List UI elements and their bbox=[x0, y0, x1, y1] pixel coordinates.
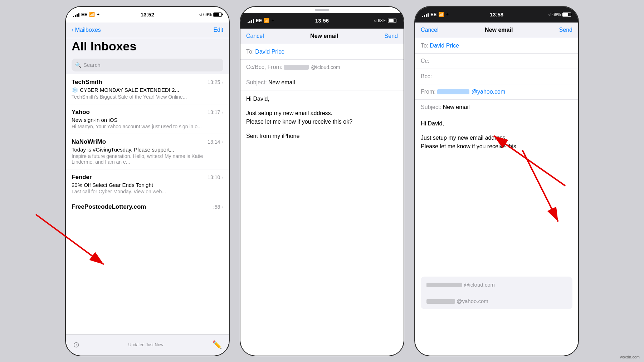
from-email: @icloud.com bbox=[311, 64, 340, 70]
to-label-3: To: bbox=[421, 43, 428, 49]
email-sender: Yahoo bbox=[72, 109, 90, 116]
watermark: wsxdn.com bbox=[620, 355, 640, 359]
status-right-3: ◁ 68% bbox=[548, 12, 571, 17]
chevron-icon: › bbox=[221, 204, 223, 210]
email-item-yahoo[interactable]: Yahoo 13:17 › New sign-in on iOS Hi Mart… bbox=[66, 104, 229, 134]
to-field[interactable]: To: David Price bbox=[240, 44, 404, 60]
battery-icon bbox=[213, 13, 222, 17]
subject-label: Subject: bbox=[246, 79, 267, 86]
wifi-icon: 📶 bbox=[438, 12, 444, 17]
body-line2-3: Please let me know if you receive this bbox=[421, 142, 572, 151]
email-item-nanowrimo[interactable]: NaNoWriMo 13:14 › Today is #GivingTuesda… bbox=[66, 134, 229, 169]
email-time: :58 › bbox=[213, 204, 223, 210]
chevron-icon: › bbox=[221, 139, 223, 145]
email-item-freepostcode[interactable]: FreePostcodeLottery.com :58 › bbox=[66, 199, 229, 216]
subject-field[interactable]: Subject: New email bbox=[240, 75, 404, 90]
email-sender: FreePostcodeLottery.com bbox=[72, 203, 146, 210]
status-time-1: 13:52 bbox=[141, 11, 154, 18]
wifi-icon: 📶 bbox=[264, 18, 269, 23]
status-carrier-3: EE 📶 ✦ bbox=[422, 12, 449, 17]
email-time: 13:14 › bbox=[208, 139, 223, 145]
icloud-suffix: @icloud.com bbox=[464, 282, 495, 288]
email-subject: New sign-in on iOS bbox=[72, 117, 223, 123]
bcc-label: Bcc: bbox=[421, 73, 432, 80]
email-sender: TechSmith bbox=[72, 79, 102, 86]
cc-field[interactable]: Cc: bbox=[415, 54, 578, 69]
battery-icon bbox=[388, 19, 396, 23]
email-item-techsmith[interactable]: TechSmith 13:25 › ❄️ CYBER MONDAY SALE E… bbox=[66, 74, 229, 104]
battery-fill bbox=[214, 13, 219, 16]
subject-value: New email bbox=[268, 79, 295, 86]
send-button-3[interactable]: Send bbox=[559, 27, 572, 33]
signal-icon bbox=[248, 19, 254, 23]
subject-field-3[interactable]: Subject: New email bbox=[415, 100, 578, 115]
email-list: TechSmith 13:25 › ❄️ CYBER MONDAY SALE E… bbox=[66, 74, 229, 334]
location-arrow-icon: ◁ bbox=[199, 13, 202, 16]
compose-icon[interactable]: ✏️ bbox=[212, 340, 222, 349]
subject-label-3: Subject: bbox=[421, 104, 441, 110]
yahoo-blur bbox=[426, 299, 455, 304]
email-subject: ❄️ CYBER MONDAY SALE EXTENDED! 2... bbox=[72, 87, 223, 93]
email-item-fender[interactable]: Fender 13:10 › 20% Off Select Gear Ends … bbox=[66, 169, 229, 199]
email-time: 13:25 › bbox=[208, 79, 223, 85]
search-placeholder: Search bbox=[83, 62, 101, 68]
email-sender: Fender bbox=[72, 174, 92, 181]
battery-percent: 68% bbox=[552, 12, 561, 17]
email-preview: Last call for Cyber Monday. View on web.… bbox=[72, 189, 223, 194]
location-arrow-icon: ◁ bbox=[374, 19, 376, 23]
compose-title-3: New email bbox=[485, 27, 513, 33]
location-icon: ✦ bbox=[446, 13, 449, 16]
battery-fill bbox=[389, 19, 394, 22]
carrier-label: EE bbox=[81, 12, 87, 17]
email-body-3[interactable]: Hi David, Just setup my new email addres… bbox=[415, 115, 578, 356]
from-email-blur bbox=[284, 65, 309, 70]
status-time-3: 13:58 bbox=[490, 11, 503, 18]
body-greeting: Hi David, bbox=[246, 95, 398, 103]
carrier-label: EE bbox=[430, 12, 436, 17]
from-field[interactable]: From: @yahoo.com bbox=[415, 84, 578, 100]
chevron-icon: › bbox=[221, 79, 223, 85]
search-bar[interactable]: 🔍 Search bbox=[72, 59, 223, 71]
signal-icon bbox=[73, 13, 79, 17]
tab-bar: ⊙ Updated Just Now ✏️ bbox=[66, 334, 229, 356]
email-time: 13:10 › bbox=[208, 174, 223, 180]
cancel-button[interactable]: Cancel bbox=[246, 33, 264, 39]
email-preview: Hi Martyn, Your Yahoo account was just u… bbox=[72, 124, 223, 129]
email-subject: Today is #GivingTuesday. Please support.… bbox=[72, 147, 223, 153]
email-sender: NaNoWriMo bbox=[72, 138, 106, 145]
drag-handle bbox=[315, 9, 329, 11]
icloud-blur bbox=[426, 283, 462, 287]
cc-label: Cc: bbox=[421, 58, 429, 64]
from-email-dropdown[interactable]: @icloud.com @yahoo.com bbox=[421, 277, 572, 309]
battery-icon bbox=[562, 13, 571, 17]
ccbcc-field[interactable]: Cc/Bcc, From: @icloud.com bbox=[240, 60, 404, 75]
location-icon: ✦ bbox=[271, 19, 274, 23]
carrier-label: EE bbox=[256, 18, 262, 23]
cancel-button-3[interactable]: Cancel bbox=[421, 27, 439, 33]
status-time-2: 13:56 bbox=[315, 18, 329, 24]
from-label: From: bbox=[421, 89, 436, 95]
yahoo-suffix: @yahoo.com bbox=[457, 298, 488, 304]
wifi-icon: 📶 bbox=[89, 12, 95, 17]
to-value-3: David Price bbox=[430, 43, 459, 49]
subject-value-3: New email bbox=[443, 104, 470, 110]
bcc-field[interactable]: Bcc: bbox=[415, 69, 578, 84]
chevron-icon: › bbox=[221, 109, 223, 115]
edit-button[interactable]: Edit bbox=[213, 27, 223, 33]
body-line1: Just setup my new email address. bbox=[246, 109, 398, 118]
send-button[interactable]: Send bbox=[385, 33, 398, 39]
from-blur-3 bbox=[437, 89, 469, 94]
email-subject: 20% Off Select Gear Ends Tonight bbox=[72, 182, 223, 188]
page-title: All Inboxes bbox=[72, 40, 223, 53]
dropdown-item-icloud[interactable]: @icloud.com bbox=[421, 277, 572, 293]
filter-icon[interactable]: ⊙ bbox=[73, 340, 79, 349]
to-label: To: bbox=[246, 49, 254, 55]
email-body[interactable]: Hi David, Just setup my new email addres… bbox=[240, 90, 404, 356]
body-line2: Please let me know if you receive this o… bbox=[246, 118, 398, 126]
back-button[interactable]: ‹ Mailboxes bbox=[72, 27, 101, 33]
location-icon: ✦ bbox=[97, 13, 99, 16]
to-field-3[interactable]: To: David Price bbox=[415, 38, 578, 54]
body-signature: Sent from my iPhone bbox=[246, 132, 398, 140]
email-preview: TechSmith's Biggest Sale of the Year! Vi… bbox=[72, 94, 223, 100]
dropdown-item-yahoo[interactable]: @yahoo.com bbox=[421, 293, 572, 309]
